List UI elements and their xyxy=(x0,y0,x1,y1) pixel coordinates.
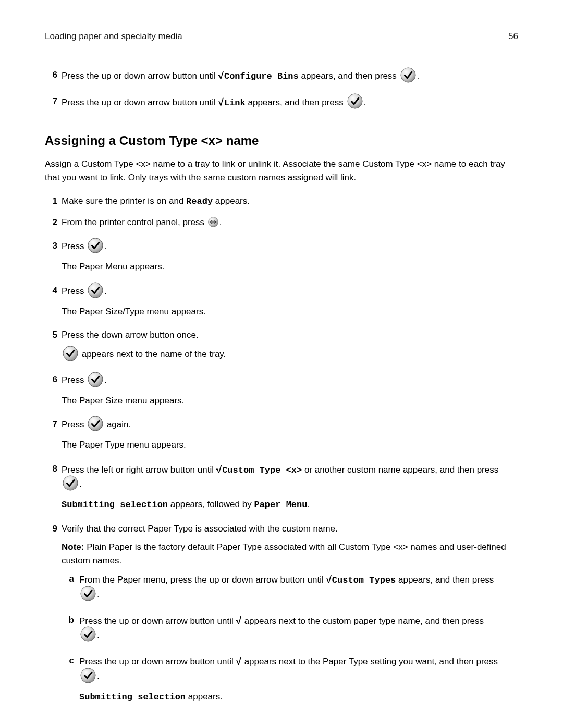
step-number: 2 xyxy=(45,216,57,229)
text: Press the up or down arrow button until xyxy=(79,657,236,667)
text: appears, and then press xyxy=(246,97,346,107)
status-text: Ready xyxy=(186,196,213,206)
sub-step-a: a From the Paper menu, press the up or d… xyxy=(62,572,518,603)
text: From the printer control panel, press xyxy=(62,217,207,227)
select-button-icon xyxy=(63,475,78,491)
text: or another custom name appears, and then… xyxy=(302,465,498,475)
status-text: Submitting selection xyxy=(62,500,168,510)
text: appears. xyxy=(186,692,223,701)
step-9: 9 Verify that the correct Paper Type is … xyxy=(45,522,518,714)
step-number: 7 xyxy=(45,95,57,108)
step-3: 3 Press . The Paper Menu appears. xyxy=(45,239,518,274)
check-glyph: √ xyxy=(216,464,222,475)
text: . xyxy=(79,479,82,489)
text: Verify that the correct Paper Type is as… xyxy=(62,522,518,536)
text: Press xyxy=(62,375,87,385)
check-glyph: √ xyxy=(326,574,331,585)
text: appears, followed by xyxy=(168,499,254,509)
sub-step-letter: b xyxy=(62,613,74,627)
check-glyph: √ xyxy=(218,97,224,108)
section-heading: Assigning a Custom Type <x> name xyxy=(45,133,518,148)
text: appears next to the custom paper type na… xyxy=(242,616,484,626)
page-number: 56 xyxy=(508,31,518,42)
header-title: Loading paper and specialty media xyxy=(45,31,182,42)
text: again. xyxy=(104,420,131,430)
text: Press the up or down arrow button until xyxy=(62,71,218,81)
menu-option: Link xyxy=(224,98,246,108)
select-button-icon xyxy=(88,416,103,431)
menu-option: Custom Types xyxy=(332,575,396,585)
result-text: The Paper Size/Type menu appears. xyxy=(62,305,518,318)
text: . xyxy=(97,589,100,599)
text: Press xyxy=(62,242,87,252)
select-button-icon xyxy=(400,67,416,83)
page-header: Loading paper and specialty media 56 xyxy=(45,31,518,45)
step-6: 6 Press . The Paper Size menu appears. xyxy=(45,373,518,408)
status-text: Submitting selection xyxy=(79,692,186,702)
step-number: 7 xyxy=(45,417,57,431)
step-number: 5 xyxy=(45,328,57,342)
text: . xyxy=(97,631,100,640)
text: appears, and then press xyxy=(299,71,399,81)
step-number: 8 xyxy=(45,462,57,476)
step-number: 4 xyxy=(45,284,57,298)
text: . xyxy=(97,671,100,681)
top-step-6: 6 Press the up or down arrow button unti… xyxy=(45,68,518,84)
text: appears, and then press xyxy=(396,575,494,585)
text: appears next to the Paper Type setting y… xyxy=(242,657,498,667)
step-number: 6 xyxy=(45,373,57,387)
header-rule xyxy=(45,45,518,45)
step-number: 6 xyxy=(45,68,57,82)
step-number: 3 xyxy=(45,239,57,253)
text: . xyxy=(307,499,310,509)
menu-option: Custom Type <x> xyxy=(222,465,302,475)
sub-step-letter: a xyxy=(62,572,74,586)
text: Press xyxy=(62,420,87,430)
text: Press the down arrow button once. xyxy=(62,328,518,342)
step-4: 4 Press . The Paper Size/Type menu appea… xyxy=(45,284,518,318)
select-button-icon xyxy=(88,372,103,387)
sub-step-b: b Press the up or down arrow button unti… xyxy=(62,613,518,644)
select-button-icon xyxy=(80,626,96,642)
sub-step-list: a From the Paper menu, press the up or d… xyxy=(62,572,518,704)
select-button-icon xyxy=(347,93,363,109)
text: . xyxy=(104,375,107,385)
select-button-icon xyxy=(80,668,96,683)
text: From the Paper menu, press the up or dow… xyxy=(79,575,326,585)
select-button-icon xyxy=(80,586,96,601)
text: Press xyxy=(62,286,87,296)
text: Press the left or right arrow button unt… xyxy=(62,465,216,475)
step-1: 1 Make sure the printer is on and Ready … xyxy=(45,194,518,208)
check-glyph: √ xyxy=(218,70,224,81)
main-step-list: 1 Make sure the printer is on and Ready … xyxy=(45,194,518,714)
menu-option: Configure Bins xyxy=(224,71,299,81)
step-2: 2 From the printer control panel, press … xyxy=(45,216,518,229)
select-button-icon xyxy=(88,282,103,298)
check-glyph: √ xyxy=(236,656,241,667)
select-button-icon xyxy=(88,238,103,253)
status-text: Paper Menu xyxy=(254,500,307,510)
step-8: 8 Press the left or right arrow button u… xyxy=(45,462,518,512)
text: Press the up or down arrow button until xyxy=(79,616,236,626)
check-glyph: √ xyxy=(236,615,241,626)
step-7: 7 Press again. The Paper Type menu appea… xyxy=(45,417,518,452)
text: Press the up or down arrow button until xyxy=(62,97,218,107)
sub-step-c: c Press the up or down arrow button unti… xyxy=(62,654,518,704)
select-button-icon xyxy=(63,346,78,361)
text: appears. xyxy=(213,196,250,206)
text: . xyxy=(104,242,107,252)
step-5: 5 Press the down arrow button once. appe… xyxy=(45,328,518,363)
top-step-list: 6 Press the up or down arrow button unti… xyxy=(45,68,518,110)
text: . xyxy=(364,97,366,107)
top-step-7: 7 Press the up or down arrow button unti… xyxy=(45,95,518,111)
step-number: 1 xyxy=(45,194,57,208)
result-text: The Paper Type menu appears. xyxy=(62,438,518,452)
result-text: The Paper Size menu appears. xyxy=(62,394,518,408)
result-text: The Paper Menu appears. xyxy=(62,260,518,274)
text: . xyxy=(417,71,420,81)
text: . xyxy=(104,286,107,296)
note-body: Plain Paper is the factory default Paper… xyxy=(62,542,506,565)
sub-step-letter: c xyxy=(62,654,74,668)
section-intro: Assign a Custom Type <x> name to a tray … xyxy=(45,157,518,184)
text: . xyxy=(219,217,222,227)
